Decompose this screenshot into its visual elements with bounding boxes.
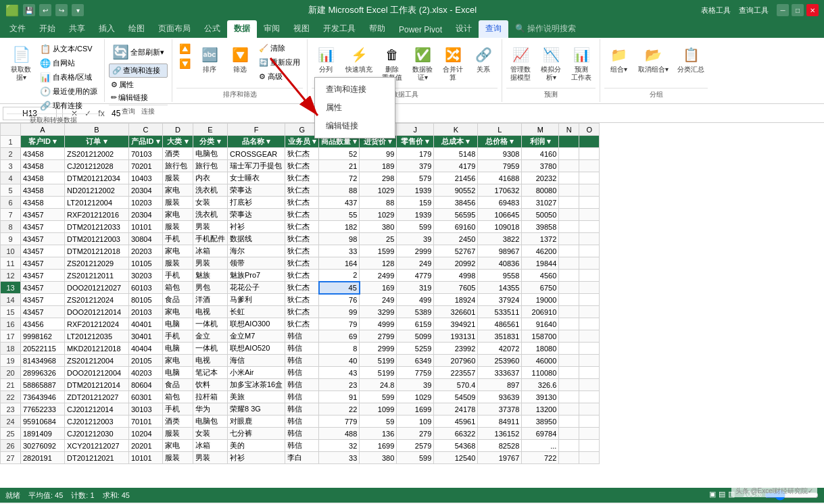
cell-L11[interactable]: 40836 (478, 257, 522, 270)
cell-C20[interactable]: 40203 (129, 367, 163, 379)
cell-G26[interactable]: 韩信 (285, 440, 319, 452)
cell-O3[interactable] (579, 160, 600, 172)
cell-C19[interactable]: 20105 (129, 355, 163, 367)
cell-I26[interactable]: 1699 (360, 440, 397, 452)
cell-G11[interactable]: 狄仁杰 (285, 257, 319, 270)
cell-A6[interactable]: 43458 (21, 197, 65, 209)
col-header-f[interactable]: F (228, 124, 285, 136)
cell-J9[interactable]: 39 (397, 233, 434, 245)
cell-J15[interactable]: 5389 (397, 306, 434, 318)
cell-B18[interactable]: MKD201212018 (65, 343, 129, 355)
cell-G6[interactable]: 狄仁杰 (285, 197, 319, 209)
tab-insert[interactable]: 插入 (92, 20, 122, 38)
cell-C5[interactable]: 20304 (129, 184, 163, 197)
cell-C11[interactable]: 10105 (129, 257, 163, 270)
cell-C15[interactable]: 20103 (129, 306, 163, 318)
cell-J8[interactable]: 599 (397, 221, 434, 233)
cell-N23[interactable] (559, 403, 579, 415)
cell-H6[interactable]: 437 (319, 197, 360, 209)
relationships-button[interactable]: 🔗 关系 (469, 42, 498, 76)
cell-C16[interactable]: 40401 (129, 318, 163, 330)
tab-home[interactable]: 开始 (32, 20, 62, 38)
cell-N9[interactable] (559, 233, 579, 245)
cell-K15[interactable]: 326601 (434, 306, 478, 318)
cell-D13[interactable]: 箱包 (163, 282, 193, 294)
tab-search[interactable]: 🔍 操作说明搜索 (508, 20, 583, 38)
cell-O26[interactable] (579, 440, 600, 452)
cell-E2[interactable]: 电脑包 (193, 148, 228, 160)
cell-F16[interactable]: 联想AIO300 (228, 318, 285, 330)
cell-M13[interactable]: 6750 (522, 282, 559, 294)
cell-J13[interactable]: 319 (397, 282, 434, 294)
cell-M23[interactable]: 13200 (522, 403, 559, 415)
cell-N25[interactable] (559, 428, 579, 440)
cell-D11[interactable]: 服装 (163, 257, 193, 270)
cell-N10[interactable] (559, 245, 579, 257)
cell-E3[interactable]: 旅行包 (193, 160, 228, 172)
cell-L10[interactable]: 98967 (478, 245, 522, 257)
cell-J12[interactable]: 4779 (397, 270, 434, 282)
cell-A10[interactable]: 43457 (21, 245, 65, 257)
cell-M16[interactable]: 91640 (522, 318, 559, 330)
cell-F23[interactable]: 荣耀8 3G (228, 403, 285, 415)
cell-A3[interactable]: 43458 (21, 160, 65, 172)
cell-B27[interactable]: DT201212021 (65, 452, 129, 464)
cell-D6[interactable]: 服装 (163, 197, 193, 209)
cell-C17[interactable]: 30401 (129, 330, 163, 343)
cell-M21[interactable]: 326.6 (522, 379, 559, 391)
cell-J6[interactable]: 159 (397, 197, 434, 209)
cell-M15[interactable]: 206910 (522, 306, 559, 318)
cell-H13[interactable]: 45 (319, 282, 360, 294)
cell-M19[interactable]: 46000 (522, 355, 559, 367)
col-header-b[interactable]: B (65, 124, 129, 136)
cell-G24[interactable]: 韩信 (285, 415, 319, 428)
recent-sources-button[interactable]: 🕐 最近使用的源 (37, 84, 100, 98)
cell-K25[interactable]: 66322 (434, 428, 478, 440)
cell-C24[interactable]: 70101 (129, 415, 163, 428)
cell-K17[interactable]: 193131 (434, 330, 478, 343)
cell-A9[interactable]: 43457 (21, 233, 65, 245)
cell-H8[interactable]: 182 (319, 221, 360, 233)
cell-H19[interactable]: 40 (319, 355, 360, 367)
filter-arrow-b[interactable]: ▾ (103, 137, 107, 145)
cell-G5[interactable]: 狄仁杰 (285, 184, 319, 197)
cell-O14[interactable] (579, 294, 600, 306)
data-validation-button[interactable]: ✅ 数据验证▾ (408, 42, 437, 84)
cell-M5[interactable]: 80080 (522, 184, 559, 197)
cell-A20[interactable]: 28996326 (21, 367, 65, 379)
cell-O18[interactable] (579, 343, 600, 355)
cell-L5[interactable]: 170632 (478, 184, 522, 197)
cell-K20[interactable]: 223557 (434, 367, 478, 379)
cell-G22[interactable]: 韩信 (285, 391, 319, 403)
group-button[interactable]: 📁 组合▾ (604, 42, 633, 76)
col-header-c[interactable]: C (129, 124, 163, 136)
cell-I12[interactable]: 2499 (360, 270, 397, 282)
cell-E6[interactable]: 女装 (193, 197, 228, 209)
normal-view-icon[interactable]: ▣ (709, 490, 716, 501)
cell-G9[interactable]: 狄仁杰 (285, 233, 319, 245)
cell-A5[interactable]: 43458 (21, 184, 65, 197)
cell-B23[interactable]: CJ201212014 (65, 403, 129, 415)
cell-G19[interactable]: 韩信 (285, 355, 319, 367)
cell-J7[interactable]: 1939 (397, 209, 434, 221)
cell-E22[interactable]: 拉杆箱 (193, 391, 228, 403)
cell-D3[interactable]: 旅行包 (163, 160, 193, 172)
cell-N5[interactable] (559, 184, 579, 197)
page-layout-icon[interactable]: ▤ (719, 490, 725, 501)
cell-F11[interactable]: 领带 (228, 257, 285, 270)
cell-M8[interactable]: 39858 (522, 221, 559, 233)
cell-M26[interactable]: ... (522, 440, 559, 452)
cell-B3[interactable]: CJ201212028 (65, 160, 129, 172)
cell-G21[interactable]: 韩信 (285, 379, 319, 391)
cell-I17[interactable]: 2799 (360, 330, 397, 343)
col-header-e[interactable]: E (193, 124, 228, 136)
cell-G16[interactable]: 狄仁杰 (285, 318, 319, 330)
cell-G12[interactable]: 狄仁杰 (285, 270, 319, 282)
cell-O23[interactable] (579, 403, 600, 415)
cell-K7[interactable]: 56595 (434, 209, 478, 221)
cell-B2[interactable]: ZS201212002 (65, 148, 129, 160)
from-web-button[interactable]: 🌐 自网站 (37, 56, 100, 70)
subtotal-button[interactable]: 📋 分类汇总 (674, 42, 708, 76)
cell-G17[interactable]: 韩信 (285, 330, 319, 343)
cell-O13[interactable] (579, 282, 600, 294)
